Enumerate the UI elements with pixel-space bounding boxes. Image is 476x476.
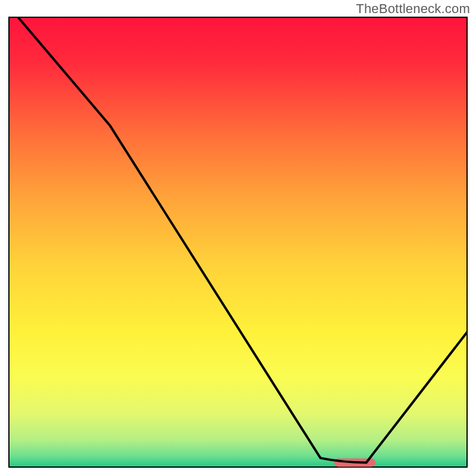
chart-svg [8, 17, 468, 468]
watermark-text: TheBottleneck.com [356, 1, 470, 17]
chart-stage: TheBottleneck.com [0, 0, 476, 476]
plot-area [8, 17, 468, 468]
gradient-background [9, 17, 467, 467]
